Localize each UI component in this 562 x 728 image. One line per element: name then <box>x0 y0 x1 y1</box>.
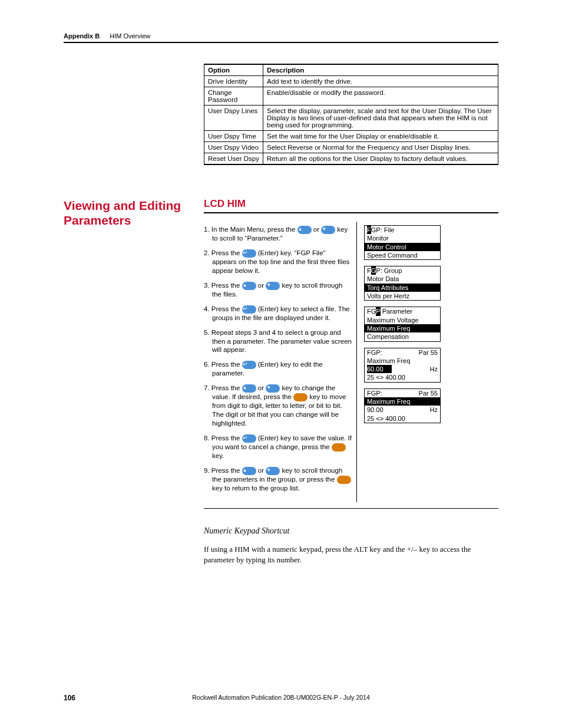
sel-icon <box>293 393 308 401</box>
sel-icon <box>337 476 351 484</box>
sel-icon <box>332 443 346 452</box>
th-description: Description <box>263 64 498 76</box>
header-title: HIM Overview <box>110 32 150 39</box>
screen-header-row: FGP:Par 55 <box>365 348 440 357</box>
step-item: 6. Press the (Enter) key to edit the par… <box>204 360 352 378</box>
appendix-label: Appendix B <box>64 32 100 39</box>
down-arrow-icon <box>266 467 280 475</box>
table-row: Change PasswordEnable/disable or modify … <box>204 87 498 106</box>
screen-item-selected: Torq Attributes <box>365 284 440 292</box>
down-arrow-icon <box>266 384 280 393</box>
screen-item: Volts per Hertz <box>365 292 440 300</box>
screen-group: FGP: Group Motor Data Torq Attributes Vo… <box>364 266 441 301</box>
screen-value-row: 60.00Hz <box>365 365 440 373</box>
screen-item-selected: Motor Control <box>365 243 440 251</box>
subsection-title: Numeric Keypad Shortcut <box>204 526 498 536</box>
screen-param-name: Maximum Freq <box>365 357 440 365</box>
screen-param-name-selected: Maximum Freq <box>365 397 440 406</box>
up-arrow-icon <box>242 282 256 290</box>
screen-item: Motor Data <box>365 275 440 283</box>
table-row: User Dspy LinesSelect the display, param… <box>204 106 498 131</box>
screen-title: FGP: Group <box>365 266 440 275</box>
screen-title: FGP: File <box>365 226 440 234</box>
publication-info: Rockwell Automation Publication 20B-UM00… <box>192 694 370 701</box>
page-footer: 106 Rockwell Automation Publication 20B-… <box>64 694 498 701</box>
screen-value-1: FGP:Par 55 Maximum Freq 60.00Hz 25 <> 40… <box>364 348 441 383</box>
screen-title: FGP Parameter <box>365 307 440 315</box>
table-row: Drive IdentityAdd text to identify the d… <box>204 76 498 87</box>
table-header-row: Option Description <box>204 64 498 76</box>
step-item: 5. Repeat steps 3 and 4 to select a grou… <box>204 328 352 355</box>
down-arrow-icon <box>321 226 335 234</box>
steps-list: 1. In the Main Menu, press the or key to… <box>204 222 357 502</box>
sub-heading: LCD HIM <box>204 198 498 213</box>
enter-icon <box>242 305 256 314</box>
step-item: 3. Press the or key to scroll through th… <box>204 281 352 299</box>
side-heading: Viewing and Editing Parameters <box>64 198 204 565</box>
page-number: 106 <box>64 694 75 702</box>
up-arrow-icon <box>242 384 256 393</box>
th-option: Option <box>204 64 263 76</box>
screen-item: Monitor <box>365 234 440 242</box>
step-item: 1. In the Main Menu, press the or key to… <box>204 225 352 243</box>
screen-item: Maximum Voltage <box>365 316 440 324</box>
page-header: Appendix B HIM Overview <box>64 32 498 43</box>
screen-item-selected: Maximum Freq <box>365 324 440 332</box>
table-row: Reset User DspyReturn all the options fo… <box>204 153 498 165</box>
page-content: Option Description Drive IdentityAdd tex… <box>64 64 498 565</box>
step-item: 4. Press the (Enter) key to select a fil… <box>204 305 352 322</box>
up-arrow-icon <box>242 467 256 475</box>
screen-value-2: FGP:Par 55 Maximum Freq 90.00Hz 25 <> 40… <box>364 388 441 423</box>
screen-file: FGP: File Monitor Motor Control Speed Co… <box>364 225 441 260</box>
main-column: LCD HIM 1. In the Main Menu, press the o… <box>204 198 498 565</box>
step-item: 8. Press the (Enter) key to save the val… <box>204 434 352 460</box>
screen-range: 25 <> 400.00 <box>365 414 440 423</box>
body-text: If using a HIM with a numeric keypad, pr… <box>204 544 498 565</box>
table-row: User Dspy TimeSet the wait time for the … <box>204 131 498 142</box>
screen-header-row: FGP:Par 55 <box>365 389 440 397</box>
screen-item: Speed Command <box>365 251 440 259</box>
step-item: 9. Press the or key to scroll through th… <box>204 466 352 493</box>
screen-parameter: FGP Parameter Maximum Voltage Maximum Fr… <box>364 307 441 341</box>
step-item: 2. Press the (Enter) key. “FGP File” app… <box>204 249 352 275</box>
section-viewing-editing: Viewing and Editing Parameters LCD HIM 1… <box>64 198 498 565</box>
screen-value-row: 90.00Hz <box>365 406 440 414</box>
down-arrow-icon <box>266 282 280 290</box>
enter-icon <box>242 361 256 369</box>
enter-icon <box>242 434 256 443</box>
screen-item: Compensation <box>365 332 440 341</box>
options-table: Option Description Drive IdentityAdd tex… <box>204 64 498 165</box>
enter-icon <box>242 249 256 258</box>
step-item: 7. Press the or key to change the value.… <box>204 384 352 428</box>
table-row: User Dspy VideoSelect Reverse or Normal … <box>204 142 498 153</box>
up-arrow-icon <box>297 226 312 234</box>
steps-and-screens: 1. In the Main Menu, press the or key to… <box>204 222 498 509</box>
screen-range: 25 <> 400.00 <box>365 373 440 381</box>
lcd-screens: FGP: File Monitor Motor Control Speed Co… <box>357 222 498 502</box>
